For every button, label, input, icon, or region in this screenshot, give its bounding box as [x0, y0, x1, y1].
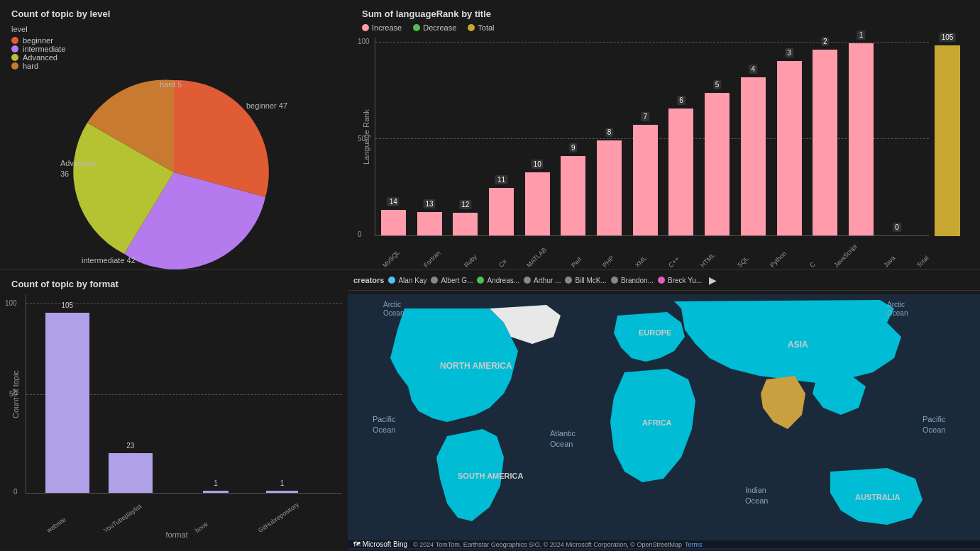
map-section: creators Alan Kay Albert G... Andreas...…: [348, 269, 980, 551]
lang-legend: Increase Decrease Total: [362, 23, 966, 32]
bar-ruby: 12: [453, 213, 478, 235]
creators-legend-bar[interactable]: creators Alan Kay Albert G... Andreas...…: [348, 270, 980, 291]
chart-body: 100 50 0 14 13 12: [375, 38, 929, 236]
svg-text:NORTH AMERICA: NORTH AMERICA: [440, 361, 512, 371]
world-map: Pacific Ocean Atlantic Ocean Arctic Ocea…: [348, 294, 980, 551]
bar-github: 1: [266, 491, 298, 493]
svg-text:Ocean: Ocean: [373, 425, 395, 434]
pie-label-intermediate: intermediate 42: [82, 256, 136, 265]
legend-brandon: Brandon...: [611, 277, 654, 284]
legend-arthur-label: Arthur ...: [534, 277, 561, 284]
bar-book: 1: [203, 491, 229, 493]
legend-decrease: Decrease: [413, 23, 456, 32]
pie-label-advanced: Advanced36: [60, 158, 95, 180]
svg-text:Ocean: Ocean: [887, 309, 908, 317]
svg-text:SOUTH AMERICA: SOUTH AMERICA: [458, 472, 524, 480]
bar-youtube: 23: [109, 453, 153, 493]
bar-php: 8: [597, 140, 622, 235]
svg-text:Arctic: Arctic: [887, 301, 905, 308]
svg-text:AUSTRALIA: AUSTRALIA: [855, 493, 901, 501]
legend-total-label: Total: [478, 23, 494, 32]
bing-logo: 🗺 Microsoft Bing: [353, 540, 407, 548]
legend-total: Total: [468, 23, 494, 32]
bar-cpp: 6: [668, 108, 693, 235]
bar-matlab: 10: [525, 172, 550, 235]
svg-text:Ocean: Ocean: [923, 425, 945, 434]
format-chart-title: Count of topic by format: [11, 279, 342, 289]
legend-arthur: Arthur ...: [524, 277, 561, 284]
legend-advanced: Advanced: [11, 53, 336, 62]
lang-bars: 14 13 12 11 10: [375, 38, 929, 235]
legend-decrease-label: Decrease: [423, 23, 456, 32]
legend-andreas-label: Andreas...: [487, 277, 519, 284]
format-chart-body: Count of topic 100 50 0 105 23: [11, 295, 342, 494]
map-attribution: 🗺 Microsoft Bing © 2024 TomTom, Earthsta…: [348, 540, 980, 548]
pie-label-beginner: beginner 47: [246, 101, 287, 110]
legend-andreas: Andreas...: [477, 277, 519, 284]
legend-hard: hard: [11, 62, 336, 70]
terms-link[interactable]: Terms: [685, 541, 703, 548]
format-chart-inner: 100 50 0 105 23 1 1: [26, 295, 342, 494]
format-gridline-100: [26, 303, 342, 304]
legend-billmck-label: Bill McK...: [575, 277, 606, 284]
bar-website: 105: [45, 313, 89, 493]
legend-advanced-label: Advanced: [23, 53, 57, 62]
bar-xml: 7: [633, 125, 658, 235]
pie-label-hard: hard 5: [160, 80, 182, 89]
ytick-100: 100: [358, 38, 370, 45]
format-ytick-50: 50: [9, 390, 17, 398]
legend-beginner-label: beginner: [23, 36, 53, 45]
legend-increase-label: Increase: [372, 23, 402, 32]
legend-breck: Breck Yu...: [658, 277, 702, 284]
lang-chart-area: Language Rank 100 50 0 14: [362, 38, 966, 236]
format-ytick-0: 0: [13, 488, 18, 496]
bar-python: 3: [777, 61, 802, 235]
svg-text:Indian: Indian: [745, 486, 766, 494]
ytick-0: 0: [358, 230, 362, 238]
format-chart-section: Count of topic by format Count of topic …: [0, 269, 348, 551]
legend-increase: Increase: [362, 23, 402, 32]
bar-perl: 9: [561, 156, 585, 235]
svg-text:Atlantic: Atlantic: [550, 429, 576, 438]
bar-mysql: 14: [381, 210, 406, 235]
legend-beginner: beginner: [11, 36, 336, 45]
legend-albert-label: Albert G...: [441, 277, 473, 284]
svg-text:AFRICA: AFRICA: [642, 418, 672, 427]
lang-rank-section: Sum of languageRank by title Increase De…: [348, 0, 980, 269]
legend-intermediate: intermediate: [11, 45, 336, 53]
ytick-50: 50: [358, 135, 365, 143]
legend-scroll-right[interactable]: ▶: [709, 274, 717, 286]
legend-alan: Alan Kay: [388, 277, 426, 284]
creators-label: creators: [353, 276, 384, 284]
bar-c: 2: [813, 50, 837, 235]
svg-text:ASIA: ASIA: [788, 340, 808, 350]
svg-text:Pacific: Pacific: [923, 415, 946, 423]
map-svg: Pacific Ocean Atlantic Ocean Arctic Ocea…: [348, 294, 980, 550]
pie-chart-section: Count of topic by level level beginner i…: [0, 0, 348, 269]
bar-total-container: 105: [932, 38, 966, 236]
svg-text:Ocean: Ocean: [745, 496, 768, 505]
pie-legend: level beginner intermediate Advanced har…: [11, 25, 336, 70]
legend-albert: Albert G...: [431, 277, 473, 284]
svg-text:Ocean: Ocean: [550, 440, 573, 448]
attribution-text: © 2024 TomTom, Earthstar Geographics SIO…: [413, 541, 682, 548]
bar-fortran: 13: [417, 212, 442, 235]
svg-text:EUROPE: EUROPE: [639, 328, 671, 337]
pie-chart-title: Count of topic by level: [11, 9, 336, 19]
format-x-axis-label: format: [11, 530, 342, 539]
bar-html: 5: [705, 93, 730, 235]
svg-text:Arctic: Arctic: [383, 301, 401, 308]
legend-brandon-label: Brandon...: [621, 277, 654, 284]
bar-total: 105: [935, 45, 960, 236]
lang-rank-title: Sum of languageRank by title: [362, 9, 966, 19]
svg-text:Pacific: Pacific: [373, 415, 396, 423]
bar-sql: 4: [741, 77, 766, 235]
legend-billmck: Bill McK...: [565, 277, 606, 284]
legend-breck-label: Breck Yu...: [668, 277, 702, 284]
format-ytick-100: 100: [5, 299, 17, 307]
legend-label: level: [11, 25, 336, 33]
legend-hard-label: hard: [23, 62, 38, 70]
bar-csharp: 11: [489, 188, 514, 235]
legend-alan-label: Alan Kay: [398, 277, 426, 284]
legend-intermediate-label: intermediate: [23, 45, 66, 53]
